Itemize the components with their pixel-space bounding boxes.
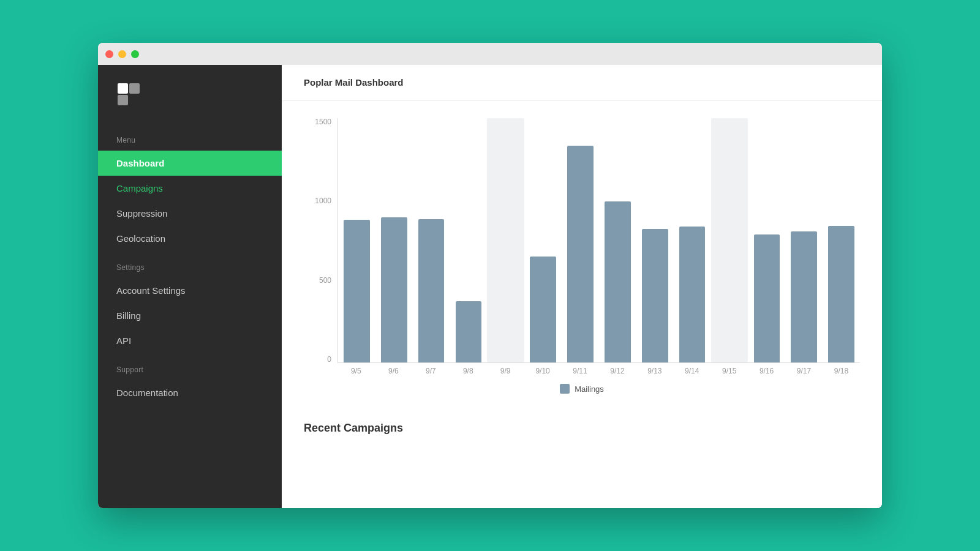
sidebar-item-suppression[interactable]: Suppression — [98, 201, 282, 226]
svg-rect-1 — [129, 83, 140, 94]
bar-9-13 — [642, 229, 668, 362]
sidebar: Menu Dashboard Campaigns Suppression Geo… — [98, 65, 282, 508]
app-layout: Menu Dashboard Campaigns Suppression Geo… — [98, 65, 882, 508]
traffic-light-green[interactable] — [131, 50, 139, 58]
x-axis-spacer — [304, 363, 337, 375]
bars-inner — [337, 118, 860, 363]
sidebar-item-api[interactable]: API — [98, 328, 282, 353]
bar-9-18 — [828, 226, 854, 362]
main-content: Poplar Mail Dashboard 1500 1000 500 0 — [282, 65, 882, 508]
sidebar-item-geolocation[interactable]: Geolocation — [98, 226, 282, 251]
support-section-label: Support — [98, 353, 282, 380]
legend-label: Mailings — [575, 384, 604, 394]
x-label-9-7: 9/7 — [412, 363, 450, 375]
x-labels-row: 9/59/69/79/89/99/109/119/129/139/149/159… — [337, 363, 860, 375]
y-label-500: 500 — [319, 277, 331, 284]
menu-section-label: Menu — [98, 124, 282, 151]
bar-9-7 — [418, 219, 445, 362]
x-label-9-13: 9/13 — [636, 363, 673, 375]
sidebar-item-dashboard[interactable]: Dashboard — [98, 151, 282, 176]
bar-group-9-15 — [711, 118, 748, 362]
x-label-9-16: 9/16 — [748, 363, 785, 375]
main-header: Poplar Mail Dashboard — [282, 65, 882, 101]
x-label-9-8: 9/8 — [450, 363, 487, 375]
bar-9-14 — [679, 227, 706, 362]
y-axis: 1500 1000 500 0 — [304, 118, 331, 363]
chart-legend: Mailings — [304, 384, 860, 394]
browser-window: Menu Dashboard Campaigns Suppression Geo… — [98, 43, 882, 508]
recent-campaigns-title: Recent Campaigns — [304, 422, 860, 435]
bar-group-9-17 — [785, 118, 823, 362]
y-label-0: 0 — [327, 356, 331, 363]
y-label-1000: 1000 — [315, 197, 331, 204]
x-label-9-6: 9/6 — [375, 363, 412, 375]
bar-9-6 — [381, 217, 407, 362]
bar-9-12 — [605, 201, 631, 362]
recent-campaigns-section: Recent Campaigns — [282, 412, 882, 452]
x-label-9-5: 9/5 — [337, 363, 375, 375]
bar-9-16 — [754, 234, 780, 362]
bar-9-11 — [567, 146, 594, 362]
bar-highlight-bg — [711, 118, 748, 362]
chart-section: 1500 1000 500 0 — [282, 101, 882, 412]
bars-area — [337, 118, 860, 363]
bar-9-10 — [530, 257, 556, 362]
chart-area: 1500 1000 500 0 — [304, 118, 860, 363]
bar-group-9-12 — [599, 118, 636, 362]
x-label-9-18: 9/18 — [823, 363, 860, 375]
x-label-9-9: 9/9 — [487, 363, 524, 375]
x-label-9-11: 9/11 — [562, 363, 599, 375]
traffic-light-red[interactable] — [105, 50, 113, 58]
settings-section-label: Settings — [98, 251, 282, 278]
bar-group-9-6 — [375, 118, 413, 362]
chart-container: 1500 1000 500 0 — [304, 118, 860, 400]
svg-rect-0 — [118, 83, 128, 94]
browser-chrome — [98, 43, 882, 65]
bar-group-9-10 — [524, 118, 562, 362]
sidebar-item-documentation[interactable]: Documentation — [98, 380, 282, 405]
x-label-9-17: 9/17 — [785, 363, 823, 375]
x-label-9-14: 9/14 — [673, 363, 710, 375]
bar-9-17 — [791, 231, 817, 362]
sidebar-logo — [98, 65, 282, 124]
bar-group-9-8 — [450, 118, 488, 362]
x-label-9-15: 9/15 — [710, 363, 748, 375]
bar-9-8 — [456, 301, 482, 362]
sidebar-item-account-settings[interactable]: Account Settings — [98, 278, 282, 303]
sidebar-item-billing[interactable]: Billing — [98, 303, 282, 328]
bar-group-9-18 — [823, 118, 860, 362]
svg-rect-2 — [118, 95, 128, 105]
bar-group-9-14 — [674, 118, 711, 362]
bar-group-9-9 — [487, 118, 524, 362]
bar-group-9-5 — [338, 118, 375, 362]
bar-group-9-16 — [748, 118, 785, 362]
bar-highlight-bg — [487, 118, 524, 362]
traffic-light-yellow[interactable] — [118, 50, 126, 58]
bar-group-9-7 — [413, 118, 450, 362]
x-axis: 9/59/69/79/89/99/109/119/129/139/149/159… — [304, 363, 860, 375]
sidebar-item-campaigns[interactable]: Campaigns — [98, 176, 282, 201]
page-title: Poplar Mail Dashboard — [304, 77, 404, 88]
y-label-1500: 1500 — [315, 118, 331, 126]
bar-9-5 — [344, 220, 370, 362]
x-label-9-12: 9/12 — [598, 363, 636, 375]
x-label-9-10: 9/10 — [524, 363, 562, 375]
legend-swatch — [560, 384, 570, 394]
app-logo-icon — [116, 82, 141, 107]
bar-group-9-13 — [636, 118, 674, 362]
bar-group-9-11 — [562, 118, 599, 362]
